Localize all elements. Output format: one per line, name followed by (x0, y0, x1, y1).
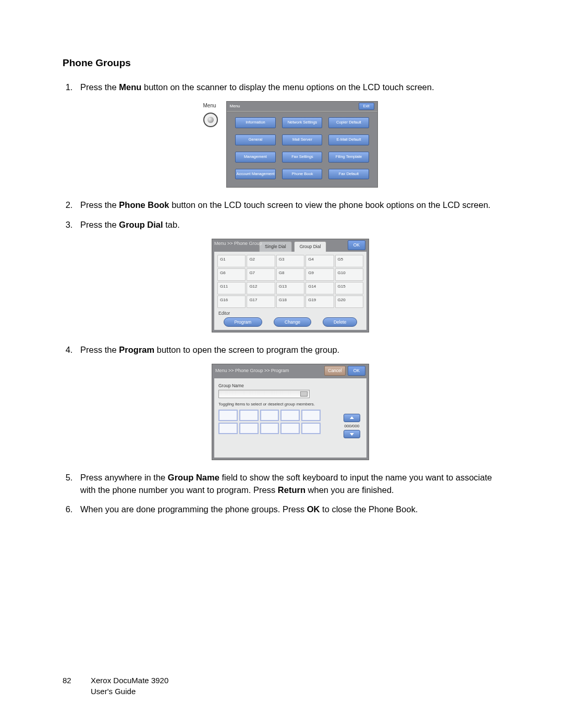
group-cell[interactable]: G9 (305, 268, 334, 281)
phone-group-screenshot: Menu >> Phone Group Single Dial Group Di… (212, 239, 369, 333)
step-text: When you are done programming the phone … (80, 504, 307, 514)
menu-item-fax-default[interactable]: Fax Default (328, 169, 369, 180)
member-slot[interactable] (280, 423, 300, 434)
divider (227, 111, 377, 113)
menu-item-filing-template[interactable]: Filing Template (328, 152, 369, 163)
step-5: Press anywhere in the Group Name field t… (75, 472, 500, 497)
product-name: Xerox DocuMate 3920 (91, 676, 168, 685)
menu-item-general[interactable]: General (235, 134, 276, 145)
chevron-up-icon (350, 416, 354, 419)
breadcrumb: Menu >> Phone Group >> Program (215, 367, 289, 374)
menu-item-network-settings[interactable]: Network Settings (282, 117, 322, 128)
member-slot[interactable] (218, 423, 238, 434)
step-text: tab. (163, 220, 180, 229)
group-cell[interactable]: G8 (276, 268, 304, 281)
step-text: Press the (80, 345, 119, 354)
ok-button[interactable]: OK (348, 366, 365, 375)
step-text: Press the (80, 82, 119, 92)
menu-item-mail-server[interactable]: Mail Server (282, 134, 322, 145)
section-title: Phone Groups (63, 57, 500, 69)
lcd-screen: Menu Exit Information Network Settings C… (226, 101, 378, 188)
chevron-down-icon (350, 433, 354, 436)
editor-label: Editor (218, 310, 363, 316)
step-6: When you are done programming the phone … (75, 503, 500, 516)
menu-item-management[interactable]: Management (235, 152, 276, 163)
tab-group-dial[interactable]: Group Dial (294, 241, 327, 251)
bold-group-name: Group Name (168, 473, 219, 482)
group-cell[interactable]: G17 (247, 295, 275, 308)
menu-item-information[interactable]: Information (235, 117, 276, 128)
member-slot[interactable] (301, 410, 321, 421)
bold-program: Program (119, 345, 154, 354)
ok-button[interactable]: OK (348, 240, 365, 250)
bold-return: Return (278, 485, 305, 495)
bold-group-dial: Group Dial (119, 220, 163, 229)
step-text: Press the (80, 200, 119, 209)
group-cell[interactable]: G2 (247, 255, 275, 267)
page-footer: 82Xerox DocuMate 3920 User's Guide (63, 675, 168, 697)
group-cell[interactable]: G18 (276, 295, 304, 308)
group-cell[interactable]: G11 (217, 282, 246, 294)
page-up-button[interactable] (344, 414, 360, 422)
member-slot[interactable] (280, 410, 300, 421)
step-text: to close the Phone Book. (320, 504, 418, 514)
group-cell[interactable]: G13 (276, 282, 304, 294)
lcd-title: Menu (230, 103, 240, 109)
menu-item-copier-default[interactable]: Copier Default (328, 117, 369, 128)
group-cell[interactable]: G12 (247, 282, 275, 294)
group-cell[interactable]: G15 (335, 282, 363, 294)
group-cell[interactable]: G5 (335, 255, 363, 267)
step-text: button on the LCD touch screen to view t… (169, 200, 491, 209)
cancel-button[interactable]: Cancel (324, 366, 345, 375)
group-cell[interactable]: G19 (305, 295, 334, 308)
page-counter: 000/000 (344, 423, 360, 429)
bold-menu: Menu (119, 82, 141, 92)
member-slot[interactable] (260, 410, 279, 421)
exit-button[interactable]: Exit (359, 103, 374, 110)
member-slot[interactable] (218, 410, 238, 421)
step-4: Press the Program button to open the scr… (75, 344, 500, 460)
step-2: Press the Phone Book button on the LCD t… (75, 199, 500, 212)
group-cell[interactable]: G4 (305, 255, 334, 267)
group-cell[interactable]: G6 (217, 268, 246, 281)
group-cell[interactable]: G16 (217, 295, 246, 308)
keyboard-icon (300, 391, 308, 397)
step-1: Press the Menu button on the scanner to … (75, 81, 500, 188)
physical-menu-label: Menu (203, 102, 226, 110)
step-3: Press the Group Dial tab. Menu >> Phone … (75, 219, 500, 333)
group-cell[interactable]: G3 (276, 255, 304, 267)
page-number: 82 (63, 675, 91, 686)
group-name-label: Group Name (218, 382, 362, 389)
page-down-button[interactable] (344, 430, 360, 438)
menu-item-fax-settings[interactable]: Fax Settings (282, 152, 322, 163)
step-text: Press anywhere in the (80, 473, 168, 482)
hint-text: Toggling items to select or deselect gro… (218, 401, 362, 408)
group-name-input[interactable] (218, 390, 310, 398)
change-button[interactable]: Change (274, 317, 311, 327)
menu-screenshot: Menu Menu Exit Information Network Setti… (203, 101, 378, 188)
bold-phone-book: Phone Book (119, 200, 169, 209)
step-text: button on the scanner to display the men… (141, 82, 434, 92)
group-cell[interactable]: G10 (335, 268, 363, 281)
program-screenshot: Menu >> Phone Group >> Program Cancel OK… (212, 364, 369, 460)
program-button[interactable]: Program (224, 317, 263, 327)
physical-menu-button[interactable] (203, 113, 218, 127)
step-text: button to open the screen to program the… (154, 345, 339, 354)
menu-item-account-management[interactable]: Account Management (235, 169, 276, 180)
tab-single-dial[interactable]: Single Dial (259, 241, 292, 251)
menu-item-email-default[interactable]: E-Mail Default (328, 134, 369, 145)
bold-ok: OK (307, 504, 320, 514)
menu-button-led (207, 117, 214, 123)
group-cell[interactable]: G14 (305, 282, 334, 294)
member-slot[interactable] (239, 423, 259, 434)
member-slot[interactable] (260, 423, 279, 434)
group-cell[interactable]: G1 (217, 255, 246, 267)
member-slot[interactable] (239, 410, 259, 421)
delete-button[interactable]: Delete (323, 317, 358, 327)
menu-item-phone-book[interactable]: Phone Book (282, 169, 322, 180)
group-cell[interactable]: G20 (335, 295, 363, 308)
breadcrumb: Menu >> Phone Group (214, 240, 262, 247)
step-text: Press the (80, 220, 119, 229)
member-slot[interactable] (301, 423, 321, 434)
group-cell[interactable]: G7 (247, 268, 275, 281)
